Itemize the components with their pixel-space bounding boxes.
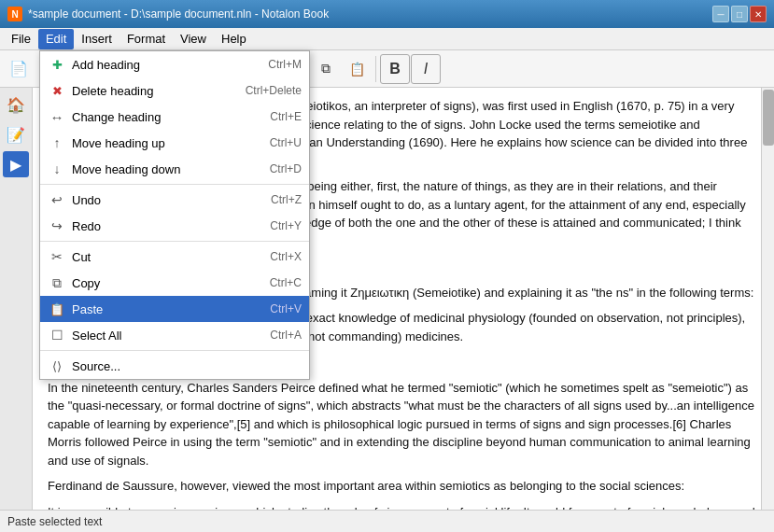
copy-icon xyxy=(48,273,66,292)
redo-icon xyxy=(48,217,66,235)
change-heading-shortcut: Ctrl+E xyxy=(270,110,302,123)
change-heading-label: Change heading xyxy=(72,110,270,124)
redo-label: Redo xyxy=(72,219,270,233)
cut-icon xyxy=(48,247,66,266)
menu-item-select-all[interactable]: Select All Ctrl+A xyxy=(40,322,309,348)
window-controls: ─ □ ✕ xyxy=(712,6,767,22)
menu-insert[interactable]: Insert xyxy=(74,29,120,49)
scrollbar[interactable] xyxy=(761,88,774,510)
paste-icon xyxy=(48,300,66,318)
move-heading-up-shortcut: Ctrl+U xyxy=(270,136,302,149)
editor-paragraph: Ferdinand de Saussure, however, viewed t… xyxy=(48,477,759,496)
title-bar-left: N *sample document - D:\sample document.… xyxy=(7,7,329,21)
toolbar-bold-btn[interactable]: B xyxy=(380,54,410,84)
move-heading-down-label: Move heading down xyxy=(72,162,270,176)
menu-separator-1 xyxy=(40,184,309,185)
menu-separator-2 xyxy=(40,241,309,242)
add-heading-label: Add heading xyxy=(72,58,268,72)
window-title: *sample document - D:\sample document.nl… xyxy=(28,7,329,21)
menu-item-add-heading[interactable]: Add heading Ctrl+M xyxy=(40,51,309,77)
menu-view[interactable]: View xyxy=(173,29,214,49)
move-heading-up-icon xyxy=(48,133,66,152)
cut-shortcut: Ctrl+X xyxy=(270,250,302,263)
sidebar-home-btn[interactable]: 🏠 xyxy=(3,91,29,118)
toolbar-copy-btn[interactable]: ⧉ xyxy=(311,54,341,84)
sidebar-new-btn[interactable]: 📝 xyxy=(3,121,29,147)
toolbar-sep-5 xyxy=(375,56,376,82)
select-all-icon xyxy=(48,326,66,344)
menu-bar: File Edit Insert Format View Help xyxy=(0,28,774,50)
sidebar-arrow-btn[interactable]: ▶ xyxy=(3,151,29,177)
delete-heading-label: Delete heading xyxy=(72,84,246,98)
menu-help[interactable]: Help xyxy=(214,29,254,49)
menu-item-move-heading-up[interactable]: Move heading up Ctrl+U xyxy=(40,130,309,156)
editor-paragraph: In the nineteenth century, Charles Sande… xyxy=(48,379,759,470)
select-all-shortcut: Ctrl+A xyxy=(270,329,302,342)
close-button[interactable]: ✕ xyxy=(750,6,767,22)
undo-icon xyxy=(48,190,66,209)
undo-shortcut: Ctrl+Z xyxy=(271,193,302,206)
menu-format[interactable]: Format xyxy=(120,29,173,49)
select-all-label: Select All xyxy=(72,329,270,343)
delete-heading-shortcut: Ctrl+Delete xyxy=(246,84,302,97)
toolbar-paste-btn[interactable]: 📋 xyxy=(342,54,372,84)
scrollbar-thumb[interactable] xyxy=(763,90,774,146)
toolbar-new-btn[interactable]: 📄 xyxy=(4,54,34,84)
editor-paragraph: It is... possible to conceive a science … xyxy=(48,503,759,511)
menu-item-delete-heading[interactable]: Delete heading Ctrl+Delete xyxy=(40,77,309,104)
status-text: Paste selected text xyxy=(7,515,102,528)
paste-shortcut: Ctrl+V xyxy=(270,302,302,315)
move-heading-up-label: Move heading up xyxy=(72,136,270,150)
add-heading-shortcut: Ctrl+M xyxy=(268,58,302,71)
cut-label: Cut xyxy=(72,250,270,264)
redo-shortcut: Ctrl+Y xyxy=(270,219,302,232)
menu-item-cut[interactable]: Cut Ctrl+X xyxy=(40,244,309,270)
menu-item-source[interactable]: Source... xyxy=(40,353,309,379)
paste-label: Paste xyxy=(72,302,270,316)
copy-shortcut: Ctrl+C xyxy=(270,276,302,289)
menu-item-undo[interactable]: Undo Ctrl+Z xyxy=(40,187,309,213)
delete-heading-icon xyxy=(48,81,66,100)
app-icon: N xyxy=(7,7,22,21)
source-icon xyxy=(48,357,66,375)
menu-item-move-heading-down[interactable]: Move heading down Ctrl+D xyxy=(40,156,309,182)
source-label: Source... xyxy=(72,359,302,373)
toolbar-italic-btn[interactable]: I xyxy=(411,54,441,84)
edit-dropdown-menu: Add heading Ctrl+M Delete heading Ctrl+D… xyxy=(39,50,310,380)
title-bar: N *sample document - D:\sample document.… xyxy=(0,0,774,28)
menu-item-change-heading[interactable]: Change heading Ctrl+E xyxy=(40,104,309,130)
maximize-button[interactable]: □ xyxy=(731,6,748,22)
undo-label: Undo xyxy=(72,193,271,207)
sidebar: 🏠 📝 ▶ xyxy=(0,88,33,510)
menu-item-redo[interactable]: Redo Ctrl+Y xyxy=(40,213,309,239)
minimize-button[interactable]: ─ xyxy=(712,6,729,22)
copy-label: Copy xyxy=(72,276,270,290)
move-heading-down-icon xyxy=(48,160,66,178)
status-bar: Paste selected text xyxy=(0,510,774,532)
menu-item-paste[interactable]: Paste Ctrl+V xyxy=(40,296,309,322)
menu-file[interactable]: File xyxy=(4,29,38,49)
menu-item-copy[interactable]: Copy Ctrl+C xyxy=(40,270,309,296)
change-heading-icon xyxy=(48,107,66,126)
move-heading-down-shortcut: Ctrl+D xyxy=(270,162,302,175)
add-heading-icon xyxy=(48,55,66,74)
menu-separator-3 xyxy=(40,350,309,351)
menu-edit[interactable]: Edit xyxy=(38,29,74,49)
